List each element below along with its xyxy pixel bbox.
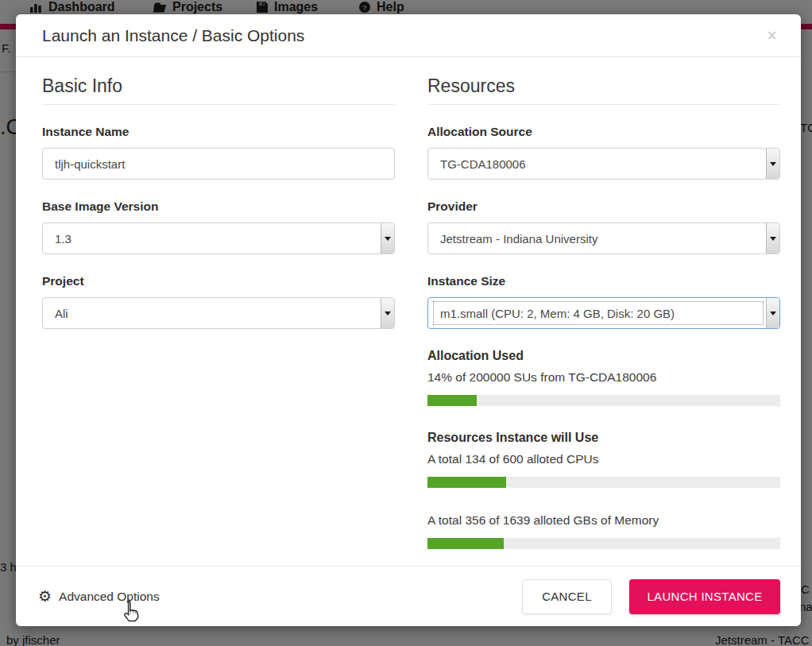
base-image-version-select[interactable]: 1.3 <box>42 222 395 254</box>
cpu-usage-progressbar <box>427 477 780 488</box>
memory-usage-progress-fill <box>427 538 504 549</box>
allocation-source-select[interactable]: TG-CDA180006 <box>427 148 780 180</box>
modal-header: Launch an Instance / Basic Options × <box>16 14 801 57</box>
gear-icon: ⚙ <box>38 589 52 604</box>
screen: Dashboard Projects Images ? Help <box>0 0 812 646</box>
chevron-down-icon <box>381 223 394 253</box>
instance-name-label: Instance Name <box>42 125 395 139</box>
floppy-icon <box>257 2 268 13</box>
launch-instance-modal: Launch an Instance / Basic Options × Bas… <box>16 14 801 626</box>
resources-usage-heading: Resources Instance will Use <box>427 431 780 445</box>
modal-title: Launch an Instance / Basic Options <box>42 26 762 45</box>
background-text-fragment: 3 h <box>0 560 17 574</box>
project-select[interactable]: Ali <box>42 297 395 329</box>
background-byline: by jfischer <box>6 633 60 646</box>
allocation-used-block: Allocation Used 14% of 200000 SUs from T… <box>427 349 780 406</box>
modal-body: Basic Info Instance Name Base Image Vers… <box>16 57 801 566</box>
question-circle-icon: ? <box>359 2 370 13</box>
instance-name-input[interactable] <box>42 148 395 180</box>
instance-size-select[interactable]: m1.small (CPU: 2, Mem: 4 GB, Disk: 20 GB… <box>427 297 780 329</box>
cpu-usage-progress-fill <box>427 477 506 488</box>
folder-icon <box>153 2 166 13</box>
chevron-down-icon <box>381 298 394 328</box>
background-text-fragment: na <box>799 600 812 613</box>
base-image-version-value: 1.3 <box>43 223 381 253</box>
allocation-used-heading: Allocation Used <box>427 349 780 363</box>
resources-section: Resources Allocation Source TG-CDA180006… <box>427 75 780 566</box>
nav-item-projects[interactable]: Projects <box>153 0 222 14</box>
allocation-source-value: TG-CDA180006 <box>428 149 766 179</box>
project-value: Ali <box>43 298 381 328</box>
instance-size-value: m1.small (CPU: 2, Mem: 4 GB, Disk: 20 GB… <box>434 302 763 324</box>
background-provider-label: Jetstream - TACC <box>715 633 810 646</box>
nav-item-label: Images <box>274 0 318 14</box>
nav-item-label: Dashboard <box>48 0 115 14</box>
allocation-used-progress-fill <box>427 395 477 406</box>
launch-instance-button[interactable]: LAUNCH INSTANCE <box>629 579 780 614</box>
chevron-down-icon <box>766 298 779 328</box>
background-text-fragment: C <box>801 582 810 596</box>
cancel-button[interactable]: CANCEL <box>522 579 612 614</box>
close-icon[interactable]: × <box>762 25 782 46</box>
basic-info-heading: Basic Info <box>42 75 395 105</box>
nav-item-label: Projects <box>172 0 222 14</box>
allocation-used-progressbar <box>427 395 780 406</box>
provider-value: Jetstream - Indiana University <box>428 223 766 253</box>
provider-select[interactable]: Jetstream - Indiana University <box>427 222 780 254</box>
modal-footer: ⚙ Advanced Options CANCEL LAUNCH INSTANC… <box>16 566 801 626</box>
svg-text:?: ? <box>362 3 367 12</box>
background-text-fragment: TG <box>800 121 812 134</box>
nav-item-dashboard[interactable]: Dashboard <box>30 0 115 14</box>
project-label: Project <box>42 274 395 288</box>
memory-usage-text: A total 356 of 1639 alloted GBs of Memor… <box>427 513 780 528</box>
advanced-options-label: Advanced Options <box>59 590 160 604</box>
basic-info-section: Basic Info Instance Name Base Image Vers… <box>42 75 395 566</box>
nav-item-images[interactable]: Images <box>257 0 318 14</box>
provider-label: Provider <box>427 199 780 214</box>
instance-size-label: Instance Size <box>427 274 780 288</box>
chevron-down-icon <box>766 149 779 179</box>
memory-usage-progressbar <box>427 538 780 549</box>
nav-item-help[interactable]: ? Help <box>359 0 404 14</box>
bar-chart-icon <box>30 2 42 13</box>
chevron-down-icon <box>766 223 779 253</box>
advanced-options-link[interactable]: ⚙ Advanced Options <box>38 589 160 604</box>
cpu-usage-text: A total 134 of 600 alloted CPUs <box>427 452 780 466</box>
background-text-fragment: F. <box>2 41 11 55</box>
base-image-version-label: Base Image Version <box>42 199 395 214</box>
allocation-source-label: Allocation Source <box>427 125 780 139</box>
resources-usage-block: Resources Instance will Use A total 134 … <box>427 431 780 549</box>
nav-item-label: Help <box>377 0 404 14</box>
resources-heading: Resources <box>427 75 780 105</box>
allocation-used-text: 14% of 200000 SUs from TG-CDA180006 <box>427 370 780 385</box>
